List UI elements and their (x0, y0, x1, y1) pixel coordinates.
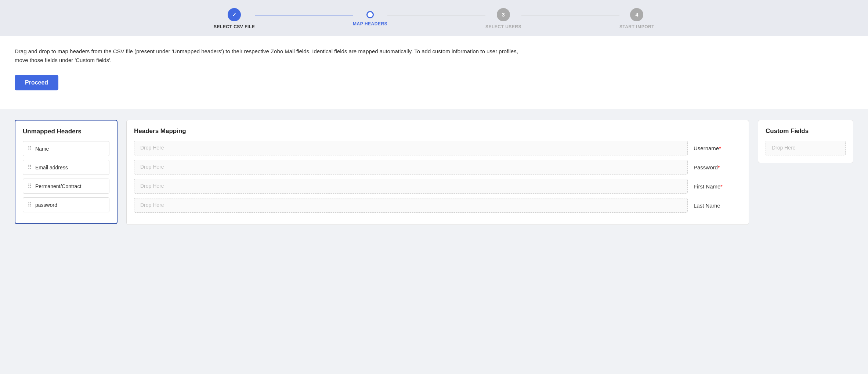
step-2: MAP HEADERS (353, 11, 387, 26)
mapping-row-firstname: Drop Here First Name* (134, 179, 741, 194)
mapping-row-password: Drop Here Password* (134, 160, 741, 175)
unmapped-headers-panel: Unmapped Headers ⠿ Name ⠿ Email address … (15, 120, 117, 224)
field-label-username: Username* (694, 145, 741, 151)
step-4-circle: 4 (630, 8, 643, 21)
step-1-circle: ✓ (228, 8, 241, 21)
step-2-circle (366, 11, 374, 18)
stepper: ✓ SELECT CSV FILE MAP HEADERS 3 SELECT U… (214, 8, 654, 29)
stepper-bar: ✓ SELECT CSV FILE MAP HEADERS 3 SELECT U… (0, 0, 868, 36)
unmapped-panel-title: Unmapped Headers (23, 128, 109, 135)
list-item[interactable]: ⠿ Name (23, 141, 109, 156)
step-line-2-3 (387, 15, 485, 15)
unmapped-item-label: Name (35, 146, 49, 152)
panels-section: Unmapped Headers ⠿ Name ⠿ Email address … (0, 109, 868, 236)
main-content: Drag and drop to map headers from the CS… (0, 36, 868, 109)
list-item[interactable]: ⠿ password (23, 197, 109, 212)
unmapped-item-label: password (35, 202, 57, 208)
required-star: * (719, 145, 721, 151)
unmapped-item-label: Email address (35, 165, 68, 170)
custom-drop-zone[interactable]: Drop Here (766, 141, 846, 155)
step-3-circle: 3 (497, 8, 510, 21)
custom-fields-panel: Custom Fields Drop Here (758, 120, 853, 163)
step-3: 3 SELECT USERS (485, 8, 521, 29)
drag-handle-icon: ⠿ (28, 164, 32, 171)
step-1: ✓ SELECT CSV FILE (214, 8, 255, 29)
description-text: Drag and drop to map headers from the CS… (15, 47, 529, 65)
field-label-firstname: First Name* (694, 183, 741, 190)
field-label-password: Password* (694, 164, 741, 170)
list-item[interactable]: ⠿ Email address (23, 160, 109, 175)
drop-zone-lastname[interactable]: Drop Here (134, 198, 688, 213)
headers-mapping-panel: Headers Mapping Drop Here Username* Drop… (126, 120, 749, 225)
step-line-3-4 (521, 15, 619, 15)
required-star: * (718, 165, 720, 170)
field-label-lastname: Last Name (694, 202, 741, 209)
proceed-button[interactable]: Proceed (15, 75, 58, 90)
step-3-label: SELECT USERS (485, 24, 521, 29)
required-star: * (720, 184, 722, 190)
step-4: 4 START IMPORT (619, 8, 654, 29)
drag-handle-icon: ⠿ (28, 183, 32, 190)
list-item[interactable]: ⠿ Permanent/Contract (23, 179, 109, 194)
drop-zone-password[interactable]: Drop Here (134, 160, 688, 175)
step-4-label: START IMPORT (619, 24, 654, 29)
step-2-label: MAP HEADERS (353, 21, 387, 26)
drag-handle-icon: ⠿ (28, 145, 32, 152)
mapping-panel-title: Headers Mapping (134, 127, 741, 135)
step-line-1-2 (255, 15, 353, 15)
custom-panel-title: Custom Fields (766, 127, 846, 135)
step-1-label: SELECT CSV FILE (214, 24, 255, 29)
step-4-number: 4 (636, 12, 639, 18)
drag-handle-icon: ⠿ (28, 201, 32, 208)
drop-zone-username[interactable]: Drop Here (134, 141, 688, 155)
step-3-number: 3 (502, 12, 505, 18)
mapping-row-lastname: Drop Here Last Name (134, 198, 741, 213)
step-1-checkmark: ✓ (232, 12, 236, 18)
mapping-row-username: Drop Here Username* (134, 141, 741, 155)
drop-zone-firstname[interactable]: Drop Here (134, 179, 688, 194)
unmapped-item-label: Permanent/Contract (35, 183, 81, 189)
